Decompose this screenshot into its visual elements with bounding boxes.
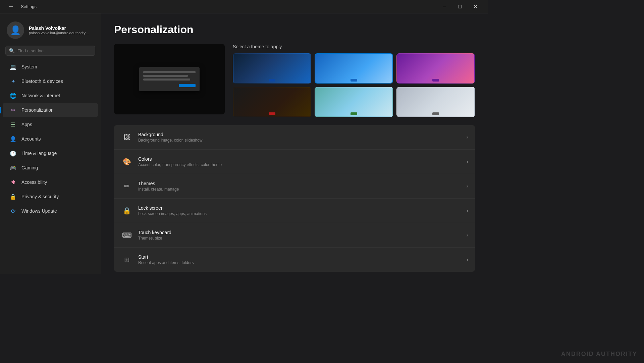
sidebar-label-accounts: Accounts <box>21 136 41 142</box>
sidebar-label-privacy: Privacy & security <box>21 194 59 199</box>
user-info: Palash Volvoikar palash.volvoikar@androi… <box>29 25 89 35</box>
minimize-button[interactable]: – <box>437 1 452 12</box>
theme-card-theme5[interactable] <box>315 87 393 117</box>
main-content: Personalization Select a theme to apply <box>101 13 488 274</box>
colors-text: Colors Accent color, transparency effect… <box>138 156 461 167</box>
preview-window <box>139 67 200 91</box>
app-container: 👤 Palash Volvoikar palash.volvoikar@andr… <box>0 13 488 274</box>
network-icon: 🌐 <box>9 92 17 99</box>
gaming-icon: 🎮 <box>9 164 17 171</box>
themes-text: Themes Install, create, manage <box>138 181 461 192</box>
preview-line-1 <box>143 71 196 73</box>
start-title: Start <box>138 254 461 260</box>
title-bar: ← Settings – □ ✕ <box>0 0 488 13</box>
sidebar-label-system: System <box>21 64 37 69</box>
sidebar-item-network[interactable]: 🌐 Network & internet <box>3 89 98 103</box>
sidebar-item-system[interactable]: 💻 System <box>3 60 98 74</box>
sidebar-item-update[interactable]: ⟳ Windows Update <box>3 204 98 218</box>
theme-grid <box>233 53 475 117</box>
colors-desc: Accent color, transparency effects, colo… <box>138 162 461 167</box>
theme-grid-label: Select a theme to apply <box>233 44 475 49</box>
personalization-icon: ✏ <box>9 106 17 114</box>
colors-arrow: › <box>467 159 468 165</box>
title-bar-controls: – □ ✕ <box>437 1 483 12</box>
preview-bar <box>179 84 196 87</box>
sidebar: 👤 Palash Volvoikar palash.volvoikar@andr… <box>0 13 101 274</box>
theme-card-theme4[interactable] <box>233 87 311 117</box>
lockscreen-title: Lock screen <box>138 205 461 211</box>
colors-icon: 🎨 <box>121 156 133 168</box>
title-bar-title: Settings <box>21 4 37 9</box>
search-input[interactable] <box>17 48 92 53</box>
user-name: Palash Volvoikar <box>29 25 89 31</box>
start-desc: Recent apps and items, folders <box>138 260 461 265</box>
start-arrow: › <box>467 257 468 263</box>
user-profile[interactable]: 👤 Palash Volvoikar palash.volvoikar@andr… <box>0 17 101 46</box>
sidebar-item-bluetooth[interactable]: ✦ Bluetooth & devices <box>3 74 98 88</box>
background-desc: Background image, color, slideshow <box>138 138 461 143</box>
settings-item-themes[interactable]: ✏ Themes Install, create, manage › <box>114 174 475 199</box>
theme-card-theme3[interactable] <box>396 53 475 84</box>
page-title: Personalization <box>114 23 475 36</box>
touchkeyboard-desc: Themes, size <box>138 236 461 241</box>
lockscreen-icon: 🔒 <box>121 205 133 217</box>
title-bar-left: ← Settings <box>5 2 37 11</box>
lockscreen-arrow: › <box>467 208 468 214</box>
settings-item-colors[interactable]: 🎨 Colors Accent color, transparency effe… <box>114 150 475 174</box>
preview-line-2 <box>143 75 188 77</box>
start-text: Start Recent apps and items, folders <box>138 254 461 265</box>
sidebar-label-time: Time & language <box>21 151 57 156</box>
accessibility-icon: ✱ <box>9 178 17 186</box>
theme-card-taskbar <box>397 111 474 116</box>
search-icon: 🔍 <box>9 48 15 53</box>
theme-grid-section: Select a theme to apply <box>233 44 475 117</box>
theme-card-taskbar <box>233 111 311 116</box>
bluetooth-icon: ✦ <box>9 77 17 85</box>
settings-item-background[interactable]: 🖼 Background Background image, color, sl… <box>114 125 475 150</box>
apps-icon: ☰ <box>9 121 17 128</box>
background-title: Background <box>138 132 461 137</box>
lockscreen-desc: Lock screen images, apps, animations <box>138 211 461 216</box>
preview-line-3 <box>143 79 190 81</box>
sidebar-label-update: Windows Update <box>21 208 57 214</box>
sidebar-item-privacy[interactable]: 🔒 Privacy & security <box>3 190 98 204</box>
sidebar-item-gaming[interactable]: 🎮 Gaming <box>3 161 98 175</box>
accounts-icon: 👤 <box>9 135 17 143</box>
sidebar-item-time[interactable]: 🕐 Time & language <box>3 146 98 160</box>
preview-lines <box>143 71 196 81</box>
settings-item-touchkeyboard[interactable]: ⌨ Touch keyboard Themes, size › <box>114 223 475 248</box>
close-button[interactable]: ✕ <box>468 1 483 12</box>
sidebar-item-apps[interactable]: ☰ Apps <box>3 117 98 132</box>
touchkeyboard-title: Touch keyboard <box>138 230 461 235</box>
avatar: 👤 <box>7 21 24 39</box>
sidebar-label-network: Network & internet <box>21 93 60 98</box>
theme-section: Select a theme to apply <box>114 44 475 117</box>
back-button[interactable]: ← <box>5 2 17 11</box>
sidebar-item-accounts[interactable]: 👤 Accounts <box>3 132 98 146</box>
theme-card-theme2[interactable] <box>315 53 393 84</box>
sidebar-label-gaming: Gaming <box>21 165 38 170</box>
sidebar-item-accessibility[interactable]: ✱ Accessibility <box>3 175 98 189</box>
maximize-button[interactable]: □ <box>452 1 468 12</box>
theme-card-theme6[interactable] <box>396 87 475 117</box>
settings-item-lockscreen[interactable]: 🔒 Lock screen Lock screen images, apps, … <box>114 199 475 223</box>
theme-card-taskbar <box>233 77 311 83</box>
sidebar-label-accessibility: Accessibility <box>21 179 47 185</box>
avatar-icon: 👤 <box>10 25 21 36</box>
settings-item-start[interactable]: ⊞ Start Recent apps and items, folders › <box>114 248 475 272</box>
theme-card-taskbar <box>397 77 474 83</box>
user-email: palash.volvoikar@androidauthority.... <box>29 31 89 35</box>
search-box[interactable]: 🔍 <box>5 46 95 56</box>
sidebar-label-personalization: Personalization <box>21 107 54 113</box>
time-icon: 🕐 <box>9 150 17 157</box>
sidebar-item-personalization[interactable]: ✏ Personalization <box>3 103 98 117</box>
system-icon: 💻 <box>9 63 17 70</box>
touchkeyboard-icon: ⌨ <box>121 229 133 241</box>
themes-desc: Install, create, manage <box>138 187 461 192</box>
theme-card-theme1[interactable] <box>233 53 311 84</box>
themes-arrow: › <box>467 183 468 189</box>
privacy-icon: 🔒 <box>9 193 17 200</box>
touchkeyboard-text: Touch keyboard Themes, size <box>138 230 461 241</box>
update-icon: ⟳ <box>9 207 17 215</box>
background-arrow: › <box>467 134 468 140</box>
